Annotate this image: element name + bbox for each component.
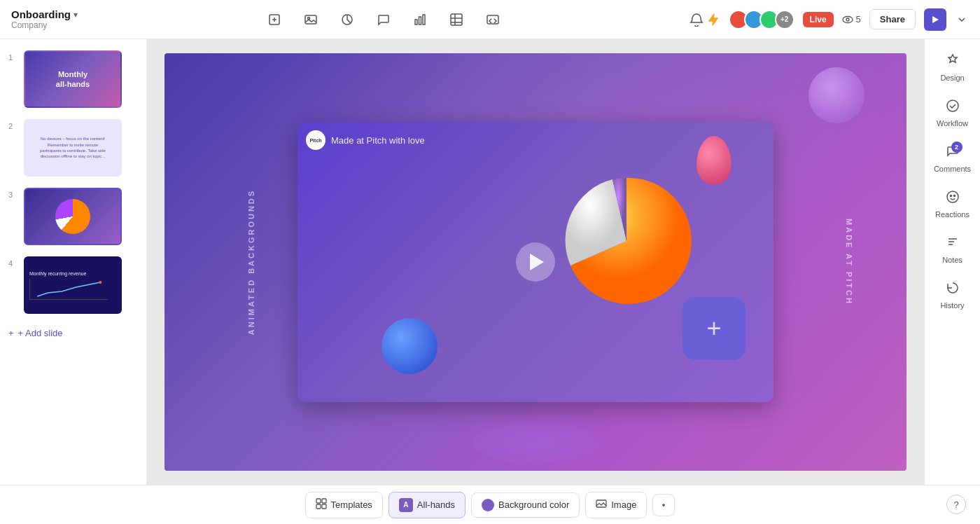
svg-point-9 [843, 16, 853, 22]
slide-item[interactable]: 1 Monthlyall-hands [6, 48, 141, 111]
share-button[interactable]: Share [869, 9, 916, 29]
image-tool-icon[interactable] [300, 8, 322, 31]
video-header: Pitch Made at Pitch with love [306, 130, 425, 150]
slide-item[interactable]: 3 [6, 185, 141, 248]
design-icon [946, 53, 960, 71]
workflow-panel-button[interactable]: Workflow [928, 90, 977, 136]
notes-icon [946, 235, 960, 253]
lightning-icon[interactable] [706, 13, 720, 27]
svg-rect-7 [451, 14, 462, 25]
svg-point-13 [947, 191, 958, 202]
present-play-button[interactable] [924, 8, 946, 31]
add-slide-label: + Add slide [18, 328, 63, 338]
more-options-button[interactable] [652, 494, 675, 516]
slide-number: 4 [8, 259, 18, 268]
comments-panel-button[interactable]: 2 Comments [928, 136, 977, 181]
viewers-count: 5 [842, 14, 861, 25]
chevron-icon[interactable]: ▾ [74, 10, 78, 20]
svg-rect-1 [305, 15, 316, 24]
slide-thumbnail[interactable]: No devices – focus on the content!Rememb… [24, 119, 122, 177]
reactions-label: Reactions [935, 210, 969, 219]
image-label: Image [611, 499, 636, 510]
pitch-logo: Pitch [306, 130, 326, 150]
history-icon [946, 281, 960, 298]
svg-rect-8 [487, 15, 498, 24]
topbar-left: Onboarding ▾ Company [11, 8, 78, 30]
svg-rect-16 [316, 499, 321, 503]
teardrop-graphic [696, 136, 732, 185]
text-tool-icon[interactable] [263, 8, 286, 31]
slide-item[interactable]: 2 No devices – focus on the content!Reme… [6, 116, 141, 179]
allhands-label: All-hands [417, 499, 455, 510]
canvas-area: ANIMATED BACKGROUNDS MADE AT PITCH Pitch… [147, 39, 924, 485]
notes-label: Notes [942, 256, 962, 264]
svg-point-2 [307, 17, 309, 19]
slide-thumb-text: No devices – focus on the content!Rememb… [37, 133, 108, 163]
help-button[interactable]: ? [946, 495, 966, 514]
pie-chart-graphic [550, 164, 704, 318]
reactions-icon [946, 190, 960, 207]
app-subtitle: Company [11, 20, 78, 30]
svg-point-10 [846, 18, 849, 21]
add-slide-button[interactable]: + + Add slide [6, 322, 141, 344]
notes-panel-button[interactable]: Notes [928, 227, 977, 273]
comment-tool-icon[interactable] [372, 8, 395, 31]
live-badge: Live [803, 12, 834, 27]
embed-tool-icon[interactable] [482, 8, 504, 31]
slide-canvas[interactable]: ANIMATED BACKGROUNDS MADE AT PITCH Pitch… [164, 53, 906, 471]
sphere-graphic [382, 318, 438, 374]
comments-badge: 2 [951, 142, 962, 153]
templates-icon [316, 498, 327, 512]
play-triangle-icon [530, 254, 544, 270]
workflow-icon [946, 99, 960, 116]
bg-color-label: Background color [498, 499, 569, 510]
design-label: Design [940, 74, 964, 82]
app-title: Onboarding [11, 8, 71, 20]
slide-thumbnail[interactable]: Monthly recurring revenue [24, 256, 122, 314]
image-icon [596, 498, 607, 512]
svg-rect-5 [419, 17, 421, 25]
background-color-button[interactable]: Background color [471, 492, 580, 518]
topbar-right: +2 Live 5 Share [690, 8, 969, 31]
workflow-label: Workflow [937, 119, 968, 127]
slide-thumbnail[interactable] [24, 188, 122, 245]
history-panel-button[interactable]: History [928, 273, 977, 318]
image-button[interactable]: Image [585, 492, 647, 518]
pitch-tagline: Made at Pitch with love [331, 135, 425, 146]
slide-panel: 1 Monthlyall-hands 2 No devices – focus … [0, 39, 147, 485]
notification-icon[interactable] [690, 13, 704, 27]
allhands-button[interactable]: A All-hands [388, 492, 465, 518]
add-slide-icon: + [8, 328, 14, 338]
history-label: History [940, 301, 964, 310]
svg-point-12 [947, 100, 958, 111]
svg-rect-4 [415, 20, 417, 25]
svg-point-11 [99, 281, 102, 284]
main-layout: 1 Monthlyall-hands 2 No devices – focus … [0, 39, 980, 485]
present-menu-button[interactable] [955, 8, 969, 31]
slide-thumb-text: Monthlyall-hands [56, 69, 90, 90]
design-panel-button[interactable]: Design [928, 45, 977, 90]
video-play-button[interactable] [516, 242, 555, 282]
color-swatch [482, 499, 494, 511]
blob-graphic [808, 67, 864, 123]
avatar-plus: +2 [775, 10, 794, 29]
svg-rect-6 [423, 15, 425, 25]
topbar: Onboarding ▾ Company [0, 0, 980, 39]
slide-thumbnail[interactable]: Monthlyall-hands [24, 50, 122, 108]
reactions-panel-button[interactable]: Reactions [928, 181, 977, 227]
app-branding: Onboarding ▾ Company [11, 8, 78, 30]
slide-number: 3 [8, 191, 18, 199]
bottom-bar: Templates A All-hands Background color I… [0, 485, 980, 524]
toolbar [263, 8, 504, 31]
svg-rect-17 [322, 499, 326, 503]
table-tool-icon[interactable] [445, 8, 468, 31]
comments-label: Comments [934, 165, 971, 173]
slide-number: 2 [8, 122, 18, 130]
slide-video-card[interactable]: Pitch Made at Pitch with love [298, 122, 774, 402]
slide-number: 1 [8, 53, 18, 62]
allhands-icon: A [399, 498, 413, 512]
shape-tool-icon[interactable] [336, 8, 358, 31]
chart-tool-icon[interactable] [409, 8, 431, 31]
slide-item[interactable]: 4 Monthly recurring revenue [6, 254, 141, 317]
templates-button[interactable]: Templates [305, 492, 383, 518]
